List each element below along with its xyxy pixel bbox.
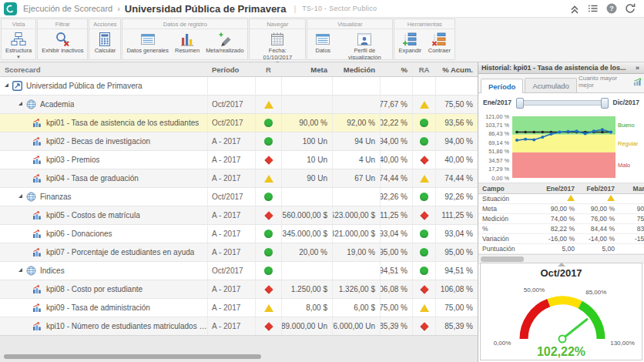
y-tick: 103,71 %	[485, 122, 509, 129]
cell-r-status	[256, 243, 282, 261]
table-row-finanzas[interactable]: FinanzasOct/201792,26 %92,26 %	[0, 188, 478, 206]
breadcrumb[interactable]: Ejecución de Scorecard	[23, 4, 112, 13]
toolbar-button-exhibir-inactivos[interactable]: Exhibir inactivos	[39, 31, 86, 55]
table-row-kpi03[interactable]: kpi03 - PremiosA - 201710 Un4 Un40,00 %4…	[0, 151, 478, 169]
cell-pct: 111,25 %	[381, 206, 413, 224]
expand-caret-icon[interactable]	[5, 83, 8, 87]
table-row-kpi02[interactable]: kpi02 - Becas de investigacionA - 201710…	[0, 132, 478, 151]
row-label: kpi05 - Costos de matrícula	[46, 211, 140, 220]
cell-medicion	[333, 96, 381, 113]
panel-collapse-icon[interactable]: »	[634, 64, 641, 72]
toolbar-group-filtrar: FiltrarExhibir inactivos	[37, 18, 88, 60]
history-row-situaci-n: Situación	[478, 194, 644, 204]
kpi-icon	[32, 248, 42, 257]
table-row-kpi10[interactable]: kpi10 - Número de estudiantes matriculad…	[0, 317, 478, 336]
toolbar-button-estructura[interactable]: Estructura▼	[3, 31, 34, 59]
column-header-pct-acum[interactable]: % Acum.	[436, 62, 478, 76]
cell-periodo: A - 2017	[208, 299, 256, 317]
column-header-ra[interactable]: RA	[413, 62, 436, 76]
help-icon[interactable]: ?	[605, 2, 618, 15]
cell-r-status	[256, 280, 282, 298]
svg-text:?: ?	[609, 5, 614, 12]
table-row-kpi01[interactable]: kpi01 - Tasa de asistencia de los estudi…	[0, 114, 478, 132]
table-row-kpi07[interactable]: kpi07 - Porcentaje de estudiantes en ayu…	[0, 243, 478, 262]
cell-pct: 106,08 %	[381, 280, 413, 298]
tab-periodo[interactable]: Período	[481, 79, 523, 93]
table-row-kpi06[interactable]: kpi06 - DonacionesA - 2017345.000,00 $32…	[0, 225, 478, 243]
table-row-kpi09[interactable]: kpi09 - Tasa de administraciónA - 20178,…	[0, 299, 478, 317]
row-label: Academia	[40, 100, 74, 109]
row-label: kpi04 - Tasa de graduación	[46, 174, 139, 183]
horizontal-scrollbar[interactable]	[4, 354, 261, 359]
toolbar-button-resumen[interactable]: Resumen	[173, 31, 202, 55]
collapse-ribbon-icon[interactable]	[569, 2, 581, 15]
column-header-meta[interactable]: Meta	[282, 62, 333, 76]
cell-pct-acum: 75,00 %	[436, 299, 478, 317]
red-status-r-icon	[264, 211, 273, 220]
table-row-kpi04[interactable]: kpi04 - Tasa de graduaciónA - 201790 Un6…	[0, 169, 478, 188]
cell-periodo: A - 2017	[208, 225, 256, 243]
slider-handle-start[interactable]	[516, 98, 524, 109]
cell-periodo: Oct/2017	[208, 188, 256, 206]
column-header-r[interactable]: R	[256, 62, 282, 76]
cell-medicion: 92,00 %	[333, 114, 381, 132]
table-row-kpi05[interactable]: kpi05 - Costos de matrículaA - 2017560.0…	[0, 206, 478, 225]
yellow-status-icon	[607, 195, 615, 201]
toolbar-button-datos[interactable]: Datos	[309, 31, 337, 55]
slider-handle-end[interactable]	[601, 98, 609, 109]
yellow-status-r-icon	[264, 175, 273, 183]
gauge-card: Oct/2017 0,00%130,00%50,00%85,00% 102,22…	[480, 263, 642, 360]
kpi-icon	[32, 285, 42, 294]
panel-hscroll-thumb[interactable]	[481, 256, 524, 262]
splitter-handle-icon[interactable]	[558, 263, 565, 266]
toolbar-button-datos-generales[interactable]: Datos generales	[124, 31, 171, 55]
slider-track[interactable]	[516, 100, 609, 106]
row-label-cell: kpi09 - Tasa de administración	[0, 299, 208, 317]
cell-medicion	[333, 77, 381, 95]
row-label-cell: Universidad Pública de Primavera	[0, 77, 208, 95]
table-row-indices[interactable]: ÍndicesOct/201794,51 %94,51 %	[0, 262, 478, 280]
cell-periodo: Oct/2017	[208, 114, 256, 132]
toolbar-button-perfil-de-visualizaci-n[interactable]: Perfil de visualización	[338, 31, 391, 62]
expand-caret-icon[interactable]	[18, 102, 22, 106]
top-bar: Ejecución de Scorecard › Universidad Púb…	[0, 0, 644, 18]
cell-pct-acum: 94,51 %	[436, 262, 478, 280]
toolbar-button-meta-realizado[interactable]: Meta/realizado	[203, 31, 246, 55]
toolbar-button-expandir[interactable]: Expandir	[396, 31, 424, 55]
table-row-academia[interactable]: AcademiaOct/201777,67 %75,50 %	[0, 96, 478, 114]
period-range-slider: Ene/2017 Dic/2017	[478, 93, 644, 112]
list-menu-icon[interactable]	[587, 2, 599, 15]
table-row-kpi08[interactable]: kpi08 - Costo por estudianteA - 20171.25…	[0, 280, 478, 299]
row-label: kpi07 - Porcentaje de estudiantes en ayu…	[46, 248, 194, 256]
cell-meta	[282, 188, 333, 206]
tab-acumulado[interactable]: Acumulado	[525, 78, 577, 92]
scorecard-grid: Scorecard Período R Meta Medición % RA %…	[0, 62, 478, 362]
column-header-medicion[interactable]: Medición	[333, 62, 381, 76]
cell-pct: 93,04 %	[381, 225, 413, 243]
column-header-periodo[interactable]: Período	[208, 62, 256, 76]
row-label-cell: kpi04 - Tasa de graduación	[0, 169, 208, 187]
expand-caret-icon[interactable]	[18, 194, 22, 198]
cell-ra-status	[413, 225, 436, 243]
red-status-ra-icon	[420, 156, 428, 164]
history-cell: 90,00 %	[529, 205, 579, 213]
expand-caret-icon[interactable]	[18, 268, 22, 272]
green-status-r-icon	[264, 193, 273, 201]
calendar-icon	[270, 32, 285, 47]
toolbar-button-contraer[interactable]: Contraer	[425, 31, 453, 55]
toolbar-group-label: Visualizar	[307, 19, 392, 29]
column-header-pct[interactable]: %	[381, 62, 413, 76]
toolbar-group-visualizar: VisualizarDatosPerfil de visualización	[307, 18, 393, 60]
history-cell: 74,00 %	[529, 215, 579, 223]
refresh-icon[interactable]	[624, 2, 636, 15]
yellow-status-ra-icon	[420, 101, 429, 109]
svg-text:50,00%: 50,00%	[524, 287, 545, 293]
cell-ra-status	[413, 114, 436, 132]
column-header-scorecard[interactable]: Scorecard	[0, 62, 208, 76]
toolbar-button-calcular[interactable]: Calcular	[91, 31, 119, 55]
history-row-puntuaci-n: Puntuación5,005,005,00	[478, 244, 644, 254]
table-row-root[interactable]: Universidad Pública de Primavera	[0, 77, 478, 96]
toolbar-button-fecha-01-10-2017[interactable]: Fecha: 01/10/2017▼	[251, 31, 304, 65]
kpi-icon	[32, 211, 42, 220]
cell-ra-status	[413, 188, 436, 206]
